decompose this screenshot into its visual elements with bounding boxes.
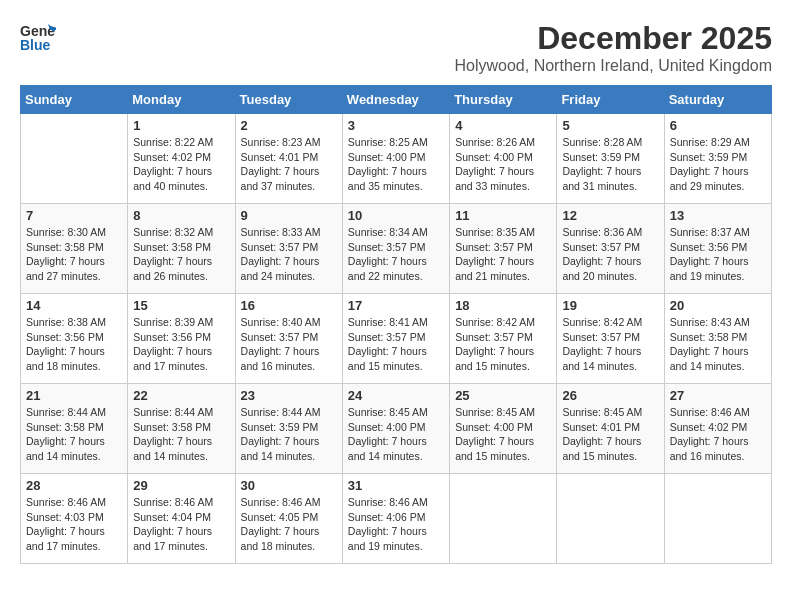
calendar-cell: 2 Sunrise: 8:23 AMSunset: 4:01 PMDayligh… xyxy=(235,114,342,204)
day-info: Sunrise: 8:46 AMSunset: 4:02 PMDaylight:… xyxy=(670,405,766,464)
calendar-cell: 30 Sunrise: 8:46 AMSunset: 4:05 PMDaylig… xyxy=(235,474,342,564)
calendar-cell xyxy=(664,474,771,564)
calendar-table: SundayMondayTuesdayWednesdayThursdayFrid… xyxy=(20,85,772,564)
day-info: Sunrise: 8:45 AMSunset: 4:00 PMDaylight:… xyxy=(348,405,444,464)
calendar-cell: 5 Sunrise: 8:28 AMSunset: 3:59 PMDayligh… xyxy=(557,114,664,204)
calendar-cell: 9 Sunrise: 8:33 AMSunset: 3:57 PMDayligh… xyxy=(235,204,342,294)
weekday-header-sunday: Sunday xyxy=(21,86,128,114)
calendar-cell: 4 Sunrise: 8:26 AMSunset: 4:00 PMDayligh… xyxy=(450,114,557,204)
day-number: 6 xyxy=(670,118,766,133)
day-number: 22 xyxy=(133,388,229,403)
calendar-cell: 22 Sunrise: 8:44 AMSunset: 3:58 PMDaylig… xyxy=(128,384,235,474)
day-info: Sunrise: 8:46 AMSunset: 4:03 PMDaylight:… xyxy=(26,495,122,554)
calendar-cell: 25 Sunrise: 8:45 AMSunset: 4:00 PMDaylig… xyxy=(450,384,557,474)
calendar-cell xyxy=(21,114,128,204)
weekday-header-monday: Monday xyxy=(128,86,235,114)
day-info: Sunrise: 8:42 AMSunset: 3:57 PMDaylight:… xyxy=(562,315,658,374)
day-number: 17 xyxy=(348,298,444,313)
day-number: 15 xyxy=(133,298,229,313)
day-number: 2 xyxy=(241,118,337,133)
day-info: Sunrise: 8:44 AMSunset: 3:58 PMDaylight:… xyxy=(26,405,122,464)
day-info: Sunrise: 8:41 AMSunset: 3:57 PMDaylight:… xyxy=(348,315,444,374)
day-info: Sunrise: 8:42 AMSunset: 3:57 PMDaylight:… xyxy=(455,315,551,374)
day-info: Sunrise: 8:28 AMSunset: 3:59 PMDaylight:… xyxy=(562,135,658,194)
day-number: 1 xyxy=(133,118,229,133)
title-block: December 2025 Holywood, Northern Ireland… xyxy=(455,20,773,75)
day-info: Sunrise: 8:34 AMSunset: 3:57 PMDaylight:… xyxy=(348,225,444,284)
day-number: 11 xyxy=(455,208,551,223)
day-number: 14 xyxy=(26,298,122,313)
calendar-cell: 26 Sunrise: 8:45 AMSunset: 4:01 PMDaylig… xyxy=(557,384,664,474)
week-row-3: 14 Sunrise: 8:38 AMSunset: 3:56 PMDaylig… xyxy=(21,294,772,384)
calendar-cell: 19 Sunrise: 8:42 AMSunset: 3:57 PMDaylig… xyxy=(557,294,664,384)
calendar-cell: 1 Sunrise: 8:22 AMSunset: 4:02 PMDayligh… xyxy=(128,114,235,204)
calendar-cell xyxy=(450,474,557,564)
svg-text:Blue: Blue xyxy=(20,37,51,53)
day-info: Sunrise: 8:45 AMSunset: 4:00 PMDaylight:… xyxy=(455,405,551,464)
calendar-cell: 15 Sunrise: 8:39 AMSunset: 3:56 PMDaylig… xyxy=(128,294,235,384)
logo-icon: General Blue xyxy=(20,20,56,60)
day-number: 23 xyxy=(241,388,337,403)
calendar-cell: 17 Sunrise: 8:41 AMSunset: 3:57 PMDaylig… xyxy=(342,294,449,384)
week-row-5: 28 Sunrise: 8:46 AMSunset: 4:03 PMDaylig… xyxy=(21,474,772,564)
day-number: 27 xyxy=(670,388,766,403)
calendar-cell: 12 Sunrise: 8:36 AMSunset: 3:57 PMDaylig… xyxy=(557,204,664,294)
weekday-header-tuesday: Tuesday xyxy=(235,86,342,114)
day-info: Sunrise: 8:46 AMSunset: 4:05 PMDaylight:… xyxy=(241,495,337,554)
calendar-cell: 14 Sunrise: 8:38 AMSunset: 3:56 PMDaylig… xyxy=(21,294,128,384)
week-row-4: 21 Sunrise: 8:44 AMSunset: 3:58 PMDaylig… xyxy=(21,384,772,474)
weekday-header-row: SundayMondayTuesdayWednesdayThursdayFrid… xyxy=(21,86,772,114)
day-number: 10 xyxy=(348,208,444,223)
day-number: 28 xyxy=(26,478,122,493)
day-info: Sunrise: 8:36 AMSunset: 3:57 PMDaylight:… xyxy=(562,225,658,284)
calendar-cell: 24 Sunrise: 8:45 AMSunset: 4:00 PMDaylig… xyxy=(342,384,449,474)
calendar-cell: 16 Sunrise: 8:40 AMSunset: 3:57 PMDaylig… xyxy=(235,294,342,384)
calendar-cell: 6 Sunrise: 8:29 AMSunset: 3:59 PMDayligh… xyxy=(664,114,771,204)
day-info: Sunrise: 8:35 AMSunset: 3:57 PMDaylight:… xyxy=(455,225,551,284)
weekday-header-thursday: Thursday xyxy=(450,86,557,114)
day-number: 9 xyxy=(241,208,337,223)
day-info: Sunrise: 8:33 AMSunset: 3:57 PMDaylight:… xyxy=(241,225,337,284)
page-header: General Blue December 2025 Holywood, Nor… xyxy=(20,20,772,75)
week-row-1: 1 Sunrise: 8:22 AMSunset: 4:02 PMDayligh… xyxy=(21,114,772,204)
calendar-cell: 8 Sunrise: 8:32 AMSunset: 3:58 PMDayligh… xyxy=(128,204,235,294)
day-info: Sunrise: 8:30 AMSunset: 3:58 PMDaylight:… xyxy=(26,225,122,284)
calendar-cell: 18 Sunrise: 8:42 AMSunset: 3:57 PMDaylig… xyxy=(450,294,557,384)
day-info: Sunrise: 8:38 AMSunset: 3:56 PMDaylight:… xyxy=(26,315,122,374)
calendar-cell: 21 Sunrise: 8:44 AMSunset: 3:58 PMDaylig… xyxy=(21,384,128,474)
day-info: Sunrise: 8:45 AMSunset: 4:01 PMDaylight:… xyxy=(562,405,658,464)
calendar-cell: 3 Sunrise: 8:25 AMSunset: 4:00 PMDayligh… xyxy=(342,114,449,204)
calendar-cell: 27 Sunrise: 8:46 AMSunset: 4:02 PMDaylig… xyxy=(664,384,771,474)
day-number: 4 xyxy=(455,118,551,133)
day-number: 25 xyxy=(455,388,551,403)
day-info: Sunrise: 8:29 AMSunset: 3:59 PMDaylight:… xyxy=(670,135,766,194)
day-number: 3 xyxy=(348,118,444,133)
day-number: 20 xyxy=(670,298,766,313)
day-info: Sunrise: 8:40 AMSunset: 3:57 PMDaylight:… xyxy=(241,315,337,374)
day-info: Sunrise: 8:26 AMSunset: 4:00 PMDaylight:… xyxy=(455,135,551,194)
calendar-cell: 10 Sunrise: 8:34 AMSunset: 3:57 PMDaylig… xyxy=(342,204,449,294)
location-title: Holywood, Northern Ireland, United Kingd… xyxy=(455,57,773,75)
logo: General Blue xyxy=(20,20,56,60)
calendar-cell: 31 Sunrise: 8:46 AMSunset: 4:06 PMDaylig… xyxy=(342,474,449,564)
calendar-cell: 29 Sunrise: 8:46 AMSunset: 4:04 PMDaylig… xyxy=(128,474,235,564)
day-info: Sunrise: 8:37 AMSunset: 3:56 PMDaylight:… xyxy=(670,225,766,284)
calendar-cell: 20 Sunrise: 8:43 AMSunset: 3:58 PMDaylig… xyxy=(664,294,771,384)
day-info: Sunrise: 8:43 AMSunset: 3:58 PMDaylight:… xyxy=(670,315,766,374)
day-number: 8 xyxy=(133,208,229,223)
day-number: 29 xyxy=(133,478,229,493)
day-info: Sunrise: 8:39 AMSunset: 3:56 PMDaylight:… xyxy=(133,315,229,374)
day-number: 18 xyxy=(455,298,551,313)
day-number: 12 xyxy=(562,208,658,223)
day-number: 21 xyxy=(26,388,122,403)
calendar-cell: 11 Sunrise: 8:35 AMSunset: 3:57 PMDaylig… xyxy=(450,204,557,294)
week-row-2: 7 Sunrise: 8:30 AMSunset: 3:58 PMDayligh… xyxy=(21,204,772,294)
day-number: 30 xyxy=(241,478,337,493)
weekday-header-saturday: Saturday xyxy=(664,86,771,114)
day-number: 26 xyxy=(562,388,658,403)
day-number: 24 xyxy=(348,388,444,403)
day-number: 5 xyxy=(562,118,658,133)
day-number: 31 xyxy=(348,478,444,493)
weekday-header-wednesday: Wednesday xyxy=(342,86,449,114)
calendar-cell: 23 Sunrise: 8:44 AMSunset: 3:59 PMDaylig… xyxy=(235,384,342,474)
